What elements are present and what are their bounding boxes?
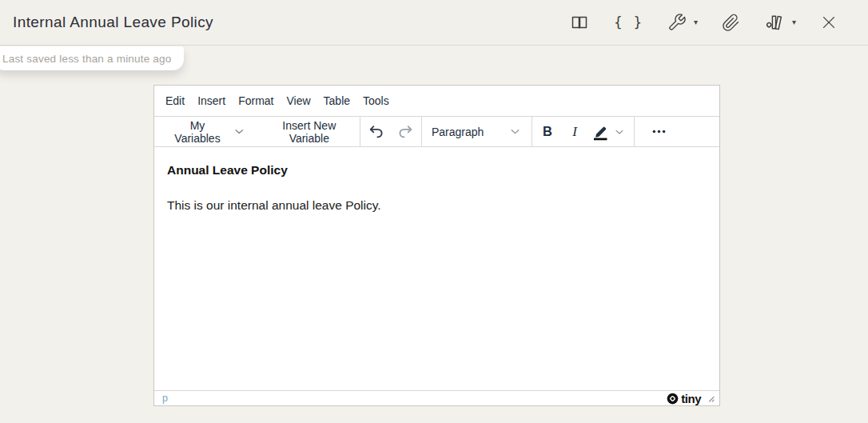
chevron-down-icon — [508, 125, 522, 138]
wrench-icon[interactable] — [667, 10, 687, 34]
block-format-value: Paragraph — [432, 126, 484, 138]
last-saved-toast: Last saved less than a minute ago — [0, 46, 184, 70]
italic-button[interactable]: I — [561, 120, 588, 144]
chevron-down-icon[interactable]: ▾ — [694, 18, 698, 26]
menu-tools[interactable]: Tools — [356, 90, 396, 111]
highlight-color-menu-button[interactable] — [612, 120, 627, 144]
editor-statusbar: p tiny — [154, 390, 719, 405]
resize-handle-icon[interactable] — [707, 394, 715, 402]
undo-button[interactable] — [365, 120, 388, 144]
rich-text-editor: Edit Insert Format View Table Tools My V… — [153, 85, 720, 406]
chevron-down-icon[interactable]: ▾ — [792, 18, 796, 26]
editor-toolbar: My Variables Insert New Variable Paragra… — [154, 117, 719, 147]
format-group: B I — [532, 117, 635, 146]
menu-edit[interactable]: Edit — [159, 90, 191, 111]
my-variables-button[interactable]: My Variables — [165, 120, 248, 144]
menu-insert[interactable]: Insert — [191, 90, 232, 111]
menu-view[interactable]: View — [280, 90, 317, 111]
wrench-dropdown: ▾ — [667, 10, 698, 34]
editor-content-area[interactable]: Annual Leave Policy This is our internal… — [154, 147, 719, 390]
open-book-icon[interactable] — [569, 10, 590, 34]
history-group — [360, 117, 422, 146]
element-path[interactable]: p — [162, 393, 168, 404]
block-format-select[interactable]: Paragraph — [422, 117, 532, 146]
library-books-icon[interactable] — [764, 10, 785, 34]
variables-group: My Variables Insert New Variable — [154, 117, 360, 146]
redo-button[interactable] — [394, 120, 416, 144]
menu-format[interactable]: Format — [232, 90, 280, 111]
document-heading: Annual Leave Policy — [167, 163, 707, 178]
paperclip-icon[interactable] — [722, 10, 740, 34]
tiny-brand[interactable]: tiny — [667, 392, 701, 405]
editor-menubar: Edit Insert Format View Table Tools — [154, 86, 719, 117]
menu-table[interactable]: Table — [317, 90, 356, 111]
document-paragraph: This is our internal annual leave Policy… — [167, 198, 707, 213]
header-actions: { } ▾ ▾ — [569, 10, 838, 34]
highlight-color-button[interactable] — [588, 120, 612, 144]
bold-button[interactable]: B — [534, 120, 561, 144]
close-icon[interactable] — [820, 10, 838, 34]
last-saved-text: Last saved less than a minute ago — [2, 53, 171, 65]
more-options-button[interactable] — [645, 120, 672, 144]
library-dropdown: ▾ — [764, 10, 796, 34]
page-title: Internal Annual Leave Policy — [13, 14, 213, 31]
chevron-down-icon — [613, 126, 626, 138]
tiny-wordmark: tiny — [681, 392, 701, 405]
header: Internal Annual Leave Policy { } ▾ — [0, 0, 868, 46]
tiny-logo-icon — [667, 393, 679, 405]
overflow-group — [635, 117, 719, 146]
insert-new-variable-button[interactable]: Insert New Variable — [259, 120, 360, 144]
code-braces-icon[interactable]: { } — [614, 10, 643, 34]
